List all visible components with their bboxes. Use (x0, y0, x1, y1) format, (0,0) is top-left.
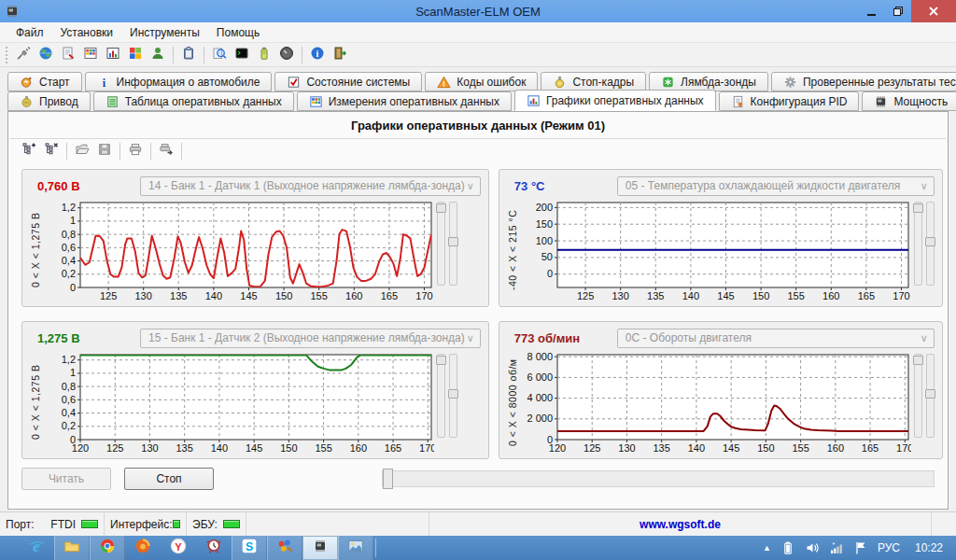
report-button[interactable] (57, 45, 79, 65)
y-position-slider[interactable] (926, 202, 935, 286)
open-button[interactable] (71, 141, 93, 161)
toolbar-separator (204, 47, 204, 63)
y-scale-slider-thumb[interactable] (436, 356, 446, 365)
y-scale-slider-thumb[interactable] (436, 203, 446, 213)
tray-expand-icon[interactable]: ▲ (763, 543, 771, 553)
tab-live-measurements[interactable]: Измерения оперативных данных (297, 91, 512, 111)
language-indicator[interactable]: РУС (878, 541, 900, 554)
tab-live-table[interactable]: Таблица оперативных данных (93, 91, 294, 111)
info-circle-button[interactable]: i (306, 45, 329, 65)
taskbar-recorder[interactable] (196, 536, 232, 560)
timeline-slider-thumb[interactable] (383, 469, 393, 489)
chart-1-pid-selector[interactable]: 05 - Температура охлаждающей жидкости дв… (617, 176, 935, 196)
chart-1-value: 73 °C (507, 179, 617, 193)
tab-freeze-frames[interactable]: Стоп-кадры (541, 72, 646, 91)
minimize-button[interactable] (859, 0, 885, 22)
chart-0-pid-selector[interactable]: 14 - Банк 1 - Датчик 1 (Выходное напряже… (140, 176, 481, 196)
tab-power[interactable]: Мощность (862, 91, 956, 111)
y-scale-slider-thumb[interactable] (913, 203, 923, 213)
export-button[interactable] (155, 141, 177, 161)
menu-item-file[interactable]: Файл (7, 24, 52, 41)
taskbar-firefox[interactable] (125, 536, 161, 560)
read-button[interactable]: Читать (21, 468, 111, 490)
svg-text:0,6: 0,6 (62, 242, 76, 253)
y-position-slider[interactable] (449, 202, 457, 286)
battery-icon[interactable] (780, 540, 795, 555)
node-add-button[interactable] (18, 141, 40, 161)
save-button[interactable] (93, 141, 116, 161)
export-icon (159, 142, 174, 161)
warning-icon: ! (437, 75, 451, 89)
taskbar-chrome[interactable] (90, 536, 125, 560)
taskbar: eYS ▲ * РУС 10:22 (0, 536, 956, 560)
menu-bar: ФайлУстановкиИнструментыПомощь (0, 22, 956, 43)
tab-live-graphs[interactable]: Графики оперативных данных (514, 90, 716, 111)
y-position-slider-thumb[interactable] (448, 389, 458, 399)
terminal-button[interactable] (231, 45, 253, 65)
tab-test-results[interactable]: Проверенные результаты теста (771, 72, 956, 91)
speaker-icon[interactable] (805, 540, 820, 555)
measure-grid-button[interactable] (79, 45, 102, 65)
tab-error-codes[interactable]: !Коды ошибок (425, 72, 538, 91)
taskbar-yandex[interactable]: Y (161, 536, 196, 560)
clock[interactable]: 10:22 (915, 541, 943, 554)
tab-system-status-label: Состояние системы (306, 76, 410, 89)
gauge-button[interactable] (275, 45, 298, 65)
lambda-icon (661, 75, 675, 89)
menu-item-tools[interactable]: Инструменты (121, 24, 208, 41)
y-scale-slider-thumb[interactable] (913, 356, 923, 365)
chart-panel-3: 773 об/мин 0C - Обороты двигателя ∨ 0 < … (499, 321, 943, 459)
close-button[interactable] (911, 0, 956, 22)
taskbar-explorer[interactable] (54, 536, 90, 560)
timeline-slider[interactable] (382, 470, 935, 487)
svg-text:4 000: 4 000 (527, 392, 553, 403)
tab-actuators[interactable]: Привод (7, 91, 91, 111)
y-scale-slider[interactable] (914, 202, 922, 286)
y-scale-slider[interactable] (437, 202, 445, 286)
network-icon[interactable]: * (829, 540, 844, 555)
svg-text:160: 160 (350, 442, 367, 454)
taskbar-skype[interactable]: S (232, 536, 267, 560)
y-scale-slider[interactable] (914, 354, 922, 438)
node-del-button[interactable] (40, 141, 63, 161)
tab-pid-config[interactable]: Конфигурация PID (719, 91, 860, 111)
y-position-slider[interactable] (449, 354, 457, 438)
y-scale-slider[interactable] (437, 354, 445, 438)
taskbar-photos[interactable] (338, 536, 373, 560)
y-position-slider-thumb[interactable] (925, 237, 935, 246)
clipboard-button[interactable] (177, 45, 200, 65)
connect-button[interactable] (12, 45, 35, 65)
chart-0-plot: 00,20,40,60,811,212513013514014515015516… (43, 198, 434, 302)
windows-button[interactable] (124, 45, 147, 65)
search-button[interactable] (208, 45, 231, 65)
explorer-icon (63, 538, 80, 558)
battery-button[interactable] (253, 45, 275, 65)
print-button[interactable] (124, 141, 147, 161)
svg-text:1: 1 (70, 367, 76, 378)
tab-vehicle-info[interactable]: iИнформация о автомобиле (85, 72, 273, 91)
chart-3-pid-selector[interactable]: 0C - Обороты двигателя ∨ (617, 329, 935, 348)
y-position-slider-thumb[interactable] (925, 389, 935, 399)
y-position-slider[interactable] (926, 354, 935, 438)
exit-button[interactable] (329, 45, 351, 65)
menu-item-settings[interactable]: Установки (52, 24, 121, 41)
tab-live-measurements-label: Измерения оперативных данных (329, 95, 499, 108)
y-position-slider-thumb[interactable] (448, 237, 458, 246)
chart-2-pid-selector[interactable]: 15 - Банк 1 - Датчик 2 (Выходное напряже… (140, 329, 481, 348)
restore-button[interactable] (885, 0, 911, 22)
taskbar-ie[interactable]: e (19, 536, 54, 560)
graph-button[interactable] (102, 45, 124, 65)
user-button[interactable] (147, 45, 169, 65)
website-link[interactable]: www.wgsoft.de (435, 518, 925, 531)
taskbar-games[interactable] (267, 536, 302, 560)
stop-button[interactable]: Стоп (124, 468, 214, 490)
taskbar-scanmaster[interactable] (302, 536, 338, 560)
action-center-flag-icon[interactable] (853, 540, 868, 555)
toolbar-separator (181, 143, 182, 160)
tab-start[interactable]: Старт (7, 72, 82, 91)
tab-system-status[interactable]: Состояние системы (274, 72, 422, 91)
firefox-icon (134, 538, 151, 558)
globe-button[interactable] (35, 45, 57, 65)
tab-lambda-sensors[interactable]: Лямбда-зонды (649, 72, 768, 91)
menu-item-help[interactable]: Помощь (208, 24, 268, 41)
